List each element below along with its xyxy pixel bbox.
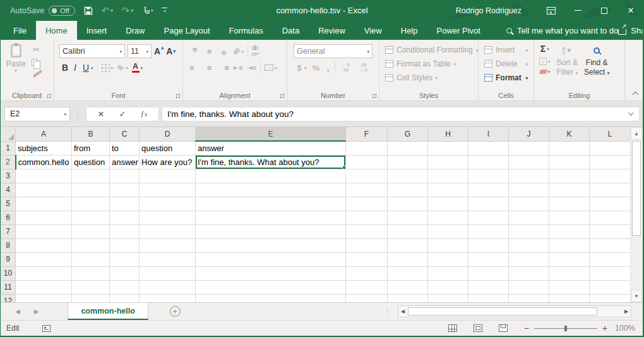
- cell-G7[interactable]: [388, 224, 428, 238]
- decrease-decimal-button[interactable]: .00→.0: [355, 61, 373, 73]
- row-header-1[interactable]: 1: [1, 141, 16, 155]
- cell-F9[interactable]: [346, 252, 388, 266]
- cell-L11[interactable]: [590, 280, 631, 294]
- clear-dropdown-icon[interactable]: ▾: [548, 70, 551, 74]
- cell-K12[interactable]: [549, 294, 590, 302]
- cell-D2[interactable]: How are you?: [140, 155, 196, 169]
- tab-review[interactable]: Review: [309, 21, 355, 40]
- column-header-J[interactable]: J: [509, 127, 549, 141]
- font-dialog-launcher[interactable]: [176, 94, 180, 98]
- cell-C2[interactable]: answer: [110, 155, 140, 169]
- page-break-preview-button[interactable]: [499, 324, 508, 332]
- fill-button[interactable]: ↓▾: [537, 56, 552, 66]
- cell-H12[interactable]: [428, 294, 468, 302]
- ribbon-display-options-button[interactable]: [538, 0, 564, 21]
- cell-L7[interactable]: [590, 224, 631, 238]
- cell-D9[interactable]: [140, 252, 196, 266]
- redo-dropdown-icon[interactable]: ▾: [131, 8, 133, 13]
- row-header-4[interactable]: 4: [1, 183, 16, 197]
- copy-button[interactable]: ▾: [30, 58, 43, 67]
- orientation-button[interactable]: ab▾: [231, 47, 246, 56]
- expand-formula-bar-icon[interactable]: [628, 110, 633, 115]
- cell-F1[interactable]: [346, 141, 388, 155]
- alignment-dialog-launcher[interactable]: [280, 94, 284, 98]
- cell-E11[interactable]: [196, 280, 346, 294]
- cell-K5[interactable]: [549, 197, 590, 211]
- customize-qat-button[interactable]: ▾: [162, 8, 167, 13]
- vertical-scrollbar[interactable]: ▲ ▼: [630, 127, 642, 302]
- cell-G3[interactable]: [388, 169, 428, 183]
- sort-filter-button[interactable]: AZ▼ Sort & Filter ▾: [554, 43, 581, 89]
- cell-A9[interactable]: [16, 252, 72, 266]
- cell-A4[interactable]: [16, 183, 72, 197]
- tab-file[interactable]: File: [4, 21, 36, 40]
- cell-D7[interactable]: [140, 224, 196, 238]
- cell-H10[interactable]: [428, 266, 468, 280]
- insert-function-button[interactable]: ƒx: [133, 109, 155, 119]
- cell-K9[interactable]: [549, 252, 590, 266]
- align-middle-button[interactable]: ≡: [202, 46, 217, 57]
- find-select-button[interactable]: Find & Select ▾: [581, 43, 612, 89]
- conditional-formatting-button[interactable]: Conditional Formatting ▾: [381, 43, 476, 57]
- cell-F12[interactable]: [346, 294, 388, 302]
- cell-G6[interactable]: [388, 211, 428, 224]
- previous-sheet-button[interactable]: ◀: [15, 308, 20, 315]
- column-header-I[interactable]: I: [468, 127, 509, 141]
- cell-E3[interactable]: [196, 169, 346, 183]
- enter-button[interactable]: ✓: [112, 109, 133, 119]
- column-header-D[interactable]: D: [140, 127, 196, 141]
- cell-G11[interactable]: [388, 280, 428, 294]
- decrease-indent-button[interactable]: ⇤≡: [231, 63, 245, 73]
- sheet-tab-common-hello[interactable]: common-hello: [68, 303, 148, 320]
- cell-C9[interactable]: [110, 252, 140, 266]
- format-as-table-button[interactable]: Format as Table ▾: [381, 57, 476, 71]
- column-header-K[interactable]: K: [549, 127, 590, 141]
- cell-J8[interactable]: [509, 238, 549, 252]
- cell-F2[interactable]: [346, 155, 388, 169]
- scroll-up-button[interactable]: ▲: [631, 127, 642, 140]
- cell-J1[interactable]: [509, 141, 549, 155]
- cell-G1[interactable]: [388, 141, 428, 155]
- cell-B12[interactable]: [72, 294, 110, 302]
- number-dialog-launcher[interactable]: [372, 94, 376, 98]
- undo-dropdown-icon[interactable]: ▾: [110, 8, 113, 13]
- scroll-down-button[interactable]: ▼: [631, 290, 642, 302]
- underline-dropdown-icon[interactable]: ▾: [91, 66, 93, 70]
- cell-C12[interactable]: [110, 294, 140, 302]
- save-button[interactable]: [84, 6, 93, 15]
- cell-I4[interactable]: [468, 183, 509, 197]
- cell-D4[interactable]: [140, 183, 196, 197]
- cell-E12[interactable]: [196, 294, 346, 302]
- cell-F10[interactable]: [346, 266, 388, 280]
- cell-F4[interactable]: [346, 183, 388, 197]
- cell-I9[interactable]: [468, 252, 509, 266]
- row-header-2[interactable]: 2: [1, 155, 16, 169]
- cell-K10[interactable]: [549, 266, 590, 280]
- tab-formulas[interactable]: Formulas: [220, 21, 273, 40]
- cut-button[interactable]: ✂: [30, 44, 43, 55]
- increase-indent-button[interactable]: ⇥≡: [245, 63, 259, 73]
- cell-B8[interactable]: [72, 238, 110, 252]
- cell-I5[interactable]: [468, 197, 509, 211]
- font-color-button[interactable]: A▾: [130, 61, 145, 75]
- cell-E1[interactable]: answer: [196, 141, 346, 155]
- cell-L10[interactable]: [590, 266, 631, 280]
- row-header-12[interactable]: 12: [1, 294, 16, 302]
- cell-C4[interactable]: [110, 183, 140, 197]
- italic-button[interactable]: I: [70, 62, 80, 73]
- cell-J6[interactable]: [509, 211, 549, 224]
- cell-H3[interactable]: [428, 169, 468, 183]
- zoom-slider[interactable]: [534, 325, 597, 332]
- align-right-button[interactable]: ≡: [217, 63, 231, 73]
- cell-K1[interactable]: [549, 141, 590, 155]
- cell-F5[interactable]: [346, 197, 388, 211]
- cell-A11[interactable]: [16, 280, 72, 294]
- cell-L8[interactable]: [590, 238, 631, 252]
- cell-I2[interactable]: [468, 155, 509, 169]
- cell-G12[interactable]: [388, 294, 428, 302]
- vertical-scroll-thumb[interactable]: [632, 141, 641, 236]
- cancel-button[interactable]: ✕: [90, 109, 112, 119]
- cell-I6[interactable]: [468, 211, 509, 224]
- column-header-C[interactable]: C: [110, 127, 140, 141]
- cell-B3[interactable]: [72, 169, 110, 183]
